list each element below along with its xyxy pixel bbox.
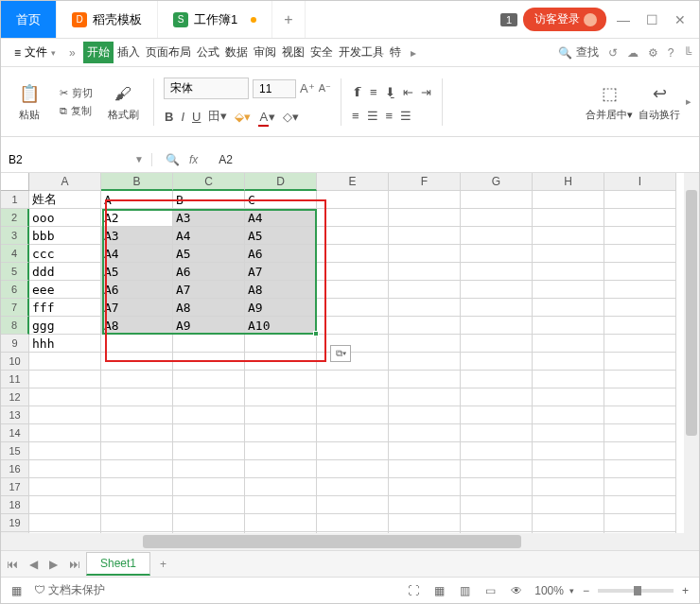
align-middle-button[interactable]: ≡ xyxy=(369,84,378,100)
menu-tab-view[interactable]: 视图 xyxy=(280,42,306,63)
spreadsheet-grid[interactable]: ABCDEFGHI1姓名ABC2oooA2A3A43bbbA3A4A54cccA… xyxy=(1,173,699,533)
row-header[interactable]: 18 xyxy=(1,496,29,514)
fx-icon[interactable]: fx xyxy=(189,153,198,166)
cell[interactable] xyxy=(317,388,389,406)
cell[interactable] xyxy=(604,245,676,263)
row-header[interactable]: 11 xyxy=(1,371,29,388)
tab-home[interactable]: 首页 xyxy=(1,1,57,38)
paste-options-button[interactable]: ⧉▾ xyxy=(330,345,351,362)
menu-tab-insert[interactable]: 插入 xyxy=(115,42,142,63)
menu-tab-data[interactable]: 数据 xyxy=(223,42,250,63)
horizontal-scrollbar[interactable] xyxy=(1,533,699,550)
cell[interactable] xyxy=(29,353,101,371)
fill-handle[interactable] xyxy=(313,331,319,337)
underline-button[interactable]: U xyxy=(191,109,201,125)
cell[interactable] xyxy=(461,227,533,245)
collapse-ribbon-icon[interactable]: ╚ xyxy=(683,46,691,60)
cell[interactable] xyxy=(101,442,173,460)
cell[interactable] xyxy=(604,478,676,496)
row-header[interactable]: 3 xyxy=(1,227,29,245)
cell[interactable] xyxy=(101,514,173,532)
menu-tab-extra[interactable]: 特 xyxy=(388,42,403,63)
cell[interactable] xyxy=(604,514,676,532)
zoom-in-button[interactable]: + xyxy=(679,584,691,597)
cell[interactable] xyxy=(317,442,389,460)
cell[interactable] xyxy=(29,460,101,478)
menu-tab-review[interactable]: 审阅 xyxy=(252,42,278,63)
cell[interactable] xyxy=(604,371,676,388)
clear-format-button[interactable]: ◇▾ xyxy=(282,109,300,125)
cell[interactable]: A7 xyxy=(173,281,245,299)
column-header[interactable]: G xyxy=(461,173,533,191)
row-header[interactable]: 12 xyxy=(1,388,29,406)
column-header[interactable]: F xyxy=(389,173,461,191)
cell[interactable] xyxy=(533,299,604,317)
cell[interactable] xyxy=(533,353,604,371)
normal-view-icon[interactable]: ▦ xyxy=(431,584,447,597)
row-header[interactable]: 10 xyxy=(1,353,29,371)
cell[interactable] xyxy=(533,442,604,460)
search-button[interactable]: 🔍 查找 xyxy=(551,44,606,60)
row-header[interactable]: 8 xyxy=(1,317,29,335)
cell[interactable] xyxy=(533,514,604,532)
cell[interactable] xyxy=(317,281,389,299)
close-button[interactable]: ✕ xyxy=(669,9,691,31)
cell[interactable] xyxy=(389,353,461,371)
cell[interactable] xyxy=(604,209,676,227)
cell[interactable] xyxy=(389,245,461,263)
cell[interactable]: ccc xyxy=(29,245,101,263)
align-top-button[interactable]: ⬆̄ xyxy=(351,84,363,100)
cell[interactable] xyxy=(389,335,461,353)
cell[interactable] xyxy=(245,424,317,442)
cell[interactable] xyxy=(533,281,604,299)
cell[interactable] xyxy=(317,335,389,353)
format-painter-button[interactable]: 🖌 格式刷 xyxy=(102,81,144,122)
cell[interactable] xyxy=(389,191,461,209)
cell[interactable] xyxy=(29,371,101,388)
cell[interactable] xyxy=(604,424,676,442)
copy-button[interactable]: ⧉ 复制 xyxy=(60,104,93,118)
cell[interactable]: fff xyxy=(29,299,101,317)
cell[interactable] xyxy=(461,406,533,424)
cell[interactable] xyxy=(389,424,461,442)
cell[interactable] xyxy=(604,191,676,209)
file-menu[interactable]: ≡ 文件 ▾ xyxy=(9,43,61,62)
fullscreen-icon[interactable]: ⛶ xyxy=(405,584,422,597)
cell[interactable] xyxy=(461,478,533,496)
cell[interactable] xyxy=(245,353,317,371)
sheet-nav-prev[interactable]: ◀ xyxy=(24,558,44,571)
cell[interactable] xyxy=(245,442,317,460)
cell[interactable]: A10 xyxy=(245,317,317,335)
cell[interactable] xyxy=(101,353,173,371)
row-header[interactable]: 7 xyxy=(1,299,29,317)
cell[interactable] xyxy=(533,317,604,335)
cell[interactable] xyxy=(604,281,676,299)
cell[interactable] xyxy=(245,514,317,532)
cell[interactable]: 姓名 xyxy=(29,191,101,209)
new-tab-button[interactable]: + xyxy=(272,1,305,38)
cell[interactable] xyxy=(389,388,461,406)
row-header[interactable]: 2 xyxy=(1,209,29,227)
scroll-left-icon[interactable]: » xyxy=(63,46,81,60)
maximize-button[interactable]: ☐ xyxy=(640,9,663,31)
cell[interactable] xyxy=(317,209,389,227)
cell[interactable] xyxy=(533,406,604,424)
cell[interactable]: bbb xyxy=(29,227,101,245)
cell[interactable] xyxy=(533,424,604,442)
cell[interactable] xyxy=(389,478,461,496)
cell[interactable] xyxy=(101,406,173,424)
cell[interactable] xyxy=(461,514,533,532)
cell[interactable] xyxy=(317,406,389,424)
cell[interactable] xyxy=(461,460,533,478)
settings-icon[interactable]: ⚙ xyxy=(648,46,658,60)
select-all-corner[interactable] xyxy=(1,173,29,191)
zoom-slider[interactable] xyxy=(598,589,674,593)
cell[interactable] xyxy=(317,317,389,335)
cell[interactable] xyxy=(317,299,389,317)
cell[interactable] xyxy=(461,263,533,281)
cell[interactable] xyxy=(317,263,389,281)
cell[interactable] xyxy=(29,388,101,406)
cell[interactable] xyxy=(389,317,461,335)
help-icon[interactable]: ? xyxy=(668,46,674,60)
cell[interactable]: A3 xyxy=(173,209,245,227)
